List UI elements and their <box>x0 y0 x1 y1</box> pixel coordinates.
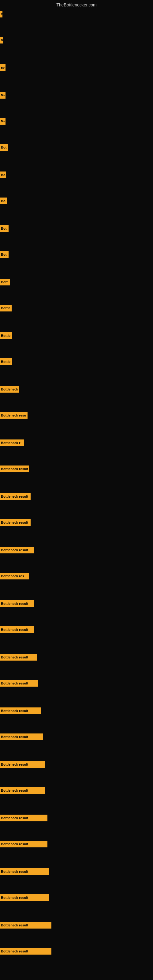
bar-label: Bottleneck result <box>0 547 33 554</box>
bar-item: Bottleneck result <box>0 922 51 929</box>
bar-label: Bottleneck result <box>0 841 48 847</box>
bar-label: Bottleneck result <box>0 708 41 714</box>
bar-label: Bottleneck result <box>0 948 51 955</box>
bar-item: Bottleneck result <box>0 680 38 687</box>
bar-item: Bottleneck result <box>0 600 33 607</box>
bar-label: Bo <box>0 64 5 71</box>
bar-item: Bottleneck result <box>0 787 45 794</box>
bar-item: Bottle <box>0 358 12 365</box>
bar-item: Bottleneck result <box>0 894 49 901</box>
bar-item: Bott <box>0 279 10 285</box>
bar-item: Bottleneck res <box>0 573 29 579</box>
bar-item: Bottleneck result <box>0 547 33 554</box>
bar-label: Bottleneck result <box>0 466 29 472</box>
bar-label: Bottleneck r <box>0 439 24 446</box>
bar-item: Bottleneck result <box>0 654 37 660</box>
bar-label: Bottleneck result <box>0 493 30 500</box>
bar-item: Bot <box>0 251 9 258</box>
bar-label: Bottleneck result <box>0 894 49 901</box>
bar-item: Bo <box>0 197 7 204</box>
bar-label: Bottleneck res <box>0 573 29 579</box>
bar-label: Bottleneck result <box>0 680 38 687</box>
bar-label: Bottleneck resu <box>0 412 27 418</box>
bar-item: Bo <box>0 172 6 178</box>
bar-label: B <box>0 37 3 43</box>
bar-label: Bottleneck result <box>0 654 37 660</box>
bar-item: Bottle <box>0 305 12 312</box>
bar-item: Bottleneck result <box>0 626 33 633</box>
bar-label: Bo <box>0 172 6 178</box>
bar-item: B <box>0 11 2 18</box>
bar-label: Bottle <box>0 305 12 312</box>
bar-label: Bottleneck <box>0 386 19 393</box>
bar-label: Bot <box>0 144 8 151</box>
bar-label: Bottleneck result <box>0 600 33 607</box>
bar-item: Bottleneck result <box>0 733 43 740</box>
bar-item: Bottleneck result <box>0 466 29 472</box>
bar-label: Bottleneck result <box>0 815 48 821</box>
bar-label: Bott <box>0 279 10 285</box>
bar-item: Bo <box>0 118 5 125</box>
bar-item: Bo <box>0 92 5 99</box>
bar-item: Bottle <box>0 332 12 339</box>
bar-label: Bo <box>0 197 7 204</box>
bar-item: Bo <box>0 64 5 71</box>
bar-item: Bottleneck result <box>0 493 30 500</box>
bar-item: Bottleneck result <box>0 815 48 821</box>
bar-label: B <box>0 11 2 18</box>
bar-item: B <box>0 37 3 43</box>
bar-item: Bottleneck resu <box>0 412 27 418</box>
bar-label: Bottleneck result <box>0 761 45 768</box>
bar-item: Bot <box>0 144 8 151</box>
bar-label: Bottle <box>0 358 12 365</box>
bar-item: Bottleneck result <box>0 948 51 955</box>
bar-label: Bottle <box>0 332 12 339</box>
bar-item: Bottleneck result <box>0 519 30 526</box>
bar-item: Bottleneck result <box>0 868 49 875</box>
site-title: TheBottlenecker.com <box>56 2 97 7</box>
bar-label: Bo <box>0 92 5 99</box>
bar-label: Bot <box>0 251 9 258</box>
bar-item: Bottleneck r <box>0 439 24 446</box>
bar-item: Bottleneck result <box>0 761 45 768</box>
bar-item: Bottleneck result <box>0 841 48 847</box>
bar-label: Bottleneck result <box>0 519 30 526</box>
bar-label: Bottleneck result <box>0 733 43 740</box>
bar-label: Bo <box>0 118 5 125</box>
bar-label: Bottleneck result <box>0 922 51 929</box>
bar-label: Bottleneck result <box>0 868 49 875</box>
bar-label: Bottleneck result <box>0 626 33 633</box>
bar-label: Bot <box>0 225 9 232</box>
bar-label: Bottleneck result <box>0 787 45 794</box>
bar-item: Bot <box>0 225 9 232</box>
bar-item: Bottleneck <box>0 386 19 393</box>
bar-item: Bottleneck result <box>0 708 41 714</box>
